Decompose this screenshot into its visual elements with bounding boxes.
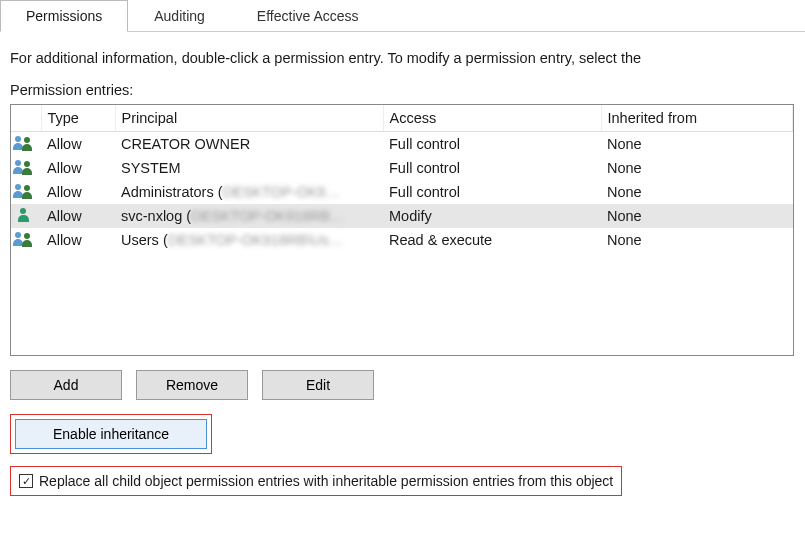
cell-access: Full control bbox=[383, 156, 601, 180]
cell-inherited: None bbox=[601, 132, 793, 157]
cell-type: Allow bbox=[41, 156, 115, 180]
tab-permissions[interactable]: Permissions bbox=[0, 0, 128, 32]
replace-child-checkbox[interactable]: ✓ Replace all child object permission en… bbox=[15, 471, 617, 491]
cell-principal: SYSTEM bbox=[115, 156, 383, 180]
remove-button[interactable]: Remove bbox=[136, 370, 248, 400]
cell-access: Modify bbox=[383, 204, 601, 228]
table-row[interactable]: AllowAdministrators (DESKTOP-OK9…Full co… bbox=[11, 180, 793, 204]
col-principal[interactable]: Principal bbox=[115, 105, 383, 132]
entries-label: Permission entries: bbox=[10, 82, 795, 98]
cell-access: Full control bbox=[383, 132, 601, 157]
principal-icon bbox=[15, 231, 35, 247]
cell-type: Allow bbox=[41, 204, 115, 228]
checkbox-icon: ✓ bbox=[19, 474, 33, 488]
col-access[interactable]: Access bbox=[383, 105, 601, 132]
highlight-replace-checkbox: ✓ Replace all child object permission en… bbox=[10, 466, 622, 496]
table-row[interactable]: AllowSYSTEMFull controlNone bbox=[11, 156, 793, 180]
cell-inherited: None bbox=[601, 156, 793, 180]
table-row[interactable]: Allowsvc-nxlog (DESKTOP-OK918RB…ModifyNo… bbox=[11, 204, 793, 228]
table-row[interactable]: AllowCREATOR OWNERFull controlNone bbox=[11, 132, 793, 157]
col-type[interactable]: Type bbox=[41, 105, 115, 132]
cell-type: Allow bbox=[41, 228, 115, 252]
col-icon[interactable] bbox=[11, 105, 41, 132]
info-text: For additional information, double-click… bbox=[10, 50, 795, 66]
cell-inherited: None bbox=[601, 204, 793, 228]
replace-child-label: Replace all child object permission entr… bbox=[39, 473, 613, 489]
col-inherited[interactable]: Inherited from bbox=[601, 105, 793, 132]
tab-bar: Permissions Auditing Effective Access bbox=[0, 0, 805, 32]
permission-table: Type Principal Access Inherited from All… bbox=[11, 105, 793, 252]
principal-icon bbox=[15, 159, 35, 175]
cell-principal: svc-nxlog (DESKTOP-OK918RB… bbox=[115, 204, 383, 228]
principal-icon bbox=[15, 183, 35, 199]
cell-type: Allow bbox=[41, 180, 115, 204]
principal-icon bbox=[15, 135, 35, 151]
tab-effective-access[interactable]: Effective Access bbox=[231, 0, 385, 31]
cell-principal: Users (DESKTOP-OK918RB\Us… bbox=[115, 228, 383, 252]
cell-principal: Administrators (DESKTOP-OK9… bbox=[115, 180, 383, 204]
cell-type: Allow bbox=[41, 132, 115, 157]
cell-inherited: None bbox=[601, 228, 793, 252]
tab-auditing[interactable]: Auditing bbox=[128, 0, 231, 31]
permission-table-container: Type Principal Access Inherited from All… bbox=[10, 104, 794, 356]
enable-inheritance-button[interactable]: Enable inheritance bbox=[15, 419, 207, 449]
cell-access: Read & execute bbox=[383, 228, 601, 252]
cell-access: Full control bbox=[383, 180, 601, 204]
highlight-enable-inheritance: Enable inheritance bbox=[10, 414, 212, 454]
edit-button[interactable]: Edit bbox=[262, 370, 374, 400]
table-row[interactable]: AllowUsers (DESKTOP-OK918RB\Us…Read & ex… bbox=[11, 228, 793, 252]
principal-icon bbox=[15, 207, 35, 223]
cell-principal: CREATOR OWNER bbox=[115, 132, 383, 157]
add-button[interactable]: Add bbox=[10, 370, 122, 400]
cell-inherited: None bbox=[601, 180, 793, 204]
